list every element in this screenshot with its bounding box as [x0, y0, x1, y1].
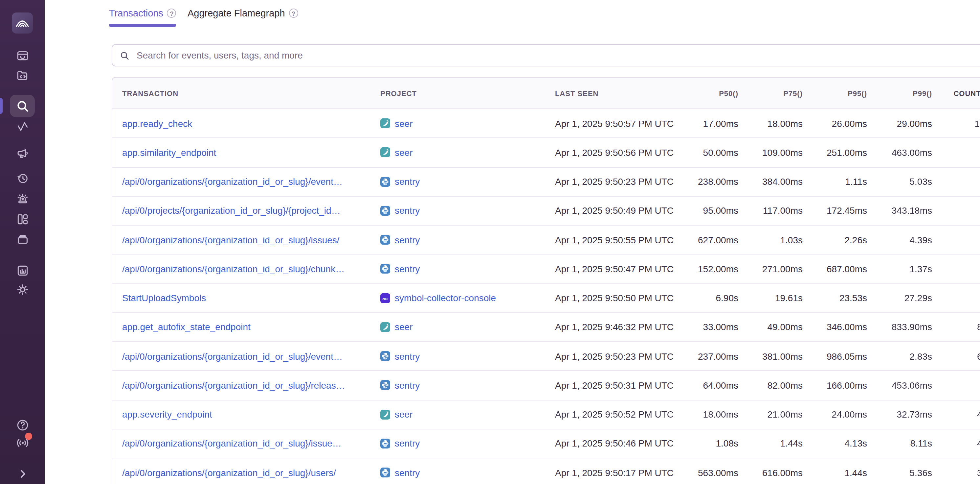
tab-label: Aggregate Flamegraph	[188, 8, 285, 18]
p50-cell: 238.00ms	[676, 176, 738, 187]
p99-cell: 343.18ms	[867, 206, 932, 216]
search-bar[interactable]	[112, 44, 980, 66]
transaction-link[interactable]: /api/0/organizations/{organization_id_or…	[112, 467, 380, 478]
transaction-link[interactable]: /api/0/organizations/{organization_id_or…	[112, 438, 380, 449]
p95-cell: 1.44s	[803, 467, 867, 478]
table-row: /api/0/organizations/{organization_id_or…	[112, 458, 980, 484]
table-row: /api/0/organizations/{organization_id_or…	[112, 342, 980, 371]
p50-cell: 237.00ms	[676, 351, 738, 361]
p75-cell: 616.00ms	[738, 467, 803, 478]
siren-icon	[16, 192, 29, 206]
transactions-table: TRANSACTIONPROJECTLAST SEENP50()P75()P95…	[112, 77, 980, 484]
last-seen-cell: Apr 1, 2025 9:50:50 PM UTC	[555, 292, 676, 303]
transaction-link[interactable]: /api/0/organizations/{organization_id_or…	[112, 351, 380, 361]
last-seen-cell: Apr 1, 2025 9:50:47 PM UTC	[555, 264, 676, 274]
sidebar-item-megaphone[interactable]	[11, 141, 34, 165]
sidebar-item-activity-zigzag[interactable]	[11, 114, 34, 138]
project-name: sentry	[395, 235, 420, 245]
dashboard-grid-icon	[16, 212, 29, 226]
python-icon	[380, 264, 390, 274]
p99-cell: 29.00ms	[867, 118, 932, 129]
transaction-link[interactable]: app.get_autofix_state_endpoint	[112, 322, 380, 332]
column-header-project[interactable]: PROJECT	[380, 89, 555, 97]
transaction-link[interactable]: app.severity_endpoint	[112, 409, 380, 420]
p99-cell: 5.03s	[867, 176, 932, 187]
project-name: symbol-collector-console	[395, 292, 496, 303]
transaction-link[interactable]: /api/0/projects/{organization_id_or_slug…	[112, 206, 380, 216]
p99-cell: 5.36s	[867, 467, 932, 478]
project-cell[interactable]: sentry	[380, 235, 555, 245]
sidebar-item-code-folder[interactable]	[11, 63, 34, 87]
count-cell: 12k	[932, 235, 980, 245]
sentry-logo[interactable]	[12, 13, 33, 34]
search-input[interactable]	[135, 50, 980, 61]
project-cell[interactable]: sentry	[380, 176, 555, 187]
transaction-link[interactable]: StartUploadSymbols	[112, 292, 380, 303]
column-header-transaction[interactable]: TRANSACTION	[112, 89, 380, 97]
tab-aggregate-flamegraph[interactable]: Aggregate Flamegraph?	[188, 8, 298, 27]
project-cell[interactable]: .NETsymbol-collector-console	[380, 292, 555, 303]
table-row: app.similarity_endpointseerApr 1, 2025 9…	[112, 139, 980, 168]
transaction-link[interactable]: /api/0/organizations/{organization_id_or…	[112, 176, 380, 187]
p99-cell: 8.11s	[867, 438, 932, 449]
column-header-label: P99()	[913, 89, 932, 97]
table-row: StartUploadSymbols.NETsymbol-collector-c…	[112, 284, 980, 313]
column-header-label: COUNT()	[953, 89, 980, 97]
table-row: /api/0/organizations/{organization_id_or…	[112, 167, 980, 196]
count-cell: 109k	[932, 118, 980, 129]
project-cell[interactable]: sentry	[380, 467, 555, 478]
transaction-link[interactable]: app.ready_check	[112, 118, 380, 129]
transaction-link[interactable]: app.similarity_endpoint	[112, 147, 380, 158]
bar-chart-icon	[16, 264, 29, 277]
project-cell[interactable]: sentry	[380, 380, 555, 391]
sidebar-item-archive-box[interactable]	[11, 227, 34, 251]
project-cell[interactable]: sentry	[380, 438, 555, 449]
project-name: sentry	[395, 351, 420, 361]
column-header-label: P50()	[719, 89, 738, 97]
p50-cell: 1.08s	[676, 438, 738, 449]
table-header-row: TRANSACTIONPROJECTLAST SEENP50()P75()P95…	[112, 78, 980, 109]
tab-transactions[interactable]: Transactions?	[109, 8, 177, 27]
project-cell[interactable]: sentry	[380, 206, 555, 216]
sidebar-item-gear[interactable]	[11, 278, 34, 301]
column-header-p99[interactable]: P99()	[867, 89, 932, 97]
transaction-link[interactable]: /api/0/organizations/{organization_id_or…	[112, 380, 380, 391]
last-seen-cell: Apr 1, 2025 9:50:56 PM UTC	[555, 147, 676, 158]
project-cell[interactable]: sentry	[380, 264, 555, 274]
transaction-link[interactable]: /api/0/organizations/{organization_id_or…	[112, 235, 380, 245]
last-seen-cell: Apr 1, 2025 9:50:57 PM UTC	[555, 118, 676, 129]
sidebar-footer-broadcast[interactable]	[11, 431, 34, 454]
project-cell[interactable]: seer	[380, 409, 555, 420]
sidebar-item-search[interactable]	[10, 95, 35, 117]
activity-zigzag-icon	[16, 119, 29, 133]
column-header-label: LAST SEEN	[555, 89, 598, 97]
column-header-last_seen[interactable]: LAST SEEN	[555, 89, 676, 97]
help-icon	[16, 418, 29, 432]
seer-icon	[380, 148, 390, 158]
help-question-icon[interactable]: ?	[167, 8, 177, 18]
python-icon	[380, 206, 390, 216]
chevron-right-icon	[16, 466, 29, 481]
project-cell[interactable]: sentry	[380, 351, 555, 361]
seer-icon	[380, 118, 390, 128]
column-header-p75[interactable]: P75()	[738, 89, 803, 97]
count-cell: 8.9k	[932, 322, 980, 332]
table-row: /api/0/organizations/{organization_id_or…	[112, 255, 980, 284]
column-header-p50[interactable]: P50()	[676, 89, 738, 97]
help-question-icon[interactable]: ?	[289, 8, 298, 18]
project-name: sentry	[395, 380, 420, 391]
transaction-link[interactable]: /api/0/organizations/{organization_id_or…	[112, 264, 380, 274]
project-cell[interactable]: seer	[380, 118, 555, 129]
sidebar-footer-chevron-right[interactable]	[11, 462, 34, 484]
project-name: seer	[395, 147, 412, 158]
search-icon	[16, 99, 29, 113]
p99-cell: 4.39s	[867, 235, 932, 245]
project-cell[interactable]: seer	[380, 147, 555, 158]
dotnet-icon: .NET	[380, 293, 390, 303]
project-name: sentry	[395, 206, 420, 216]
last-seen-cell: Apr 1, 2025 9:50:23 PM UTC	[555, 176, 676, 187]
column-header-p95[interactable]: P95()	[803, 89, 867, 97]
project-cell[interactable]: seer	[380, 322, 555, 332]
p75-cell: 49.00ms	[738, 322, 803, 332]
column-header-count[interactable]: COUNT() ↓	[932, 88, 980, 97]
